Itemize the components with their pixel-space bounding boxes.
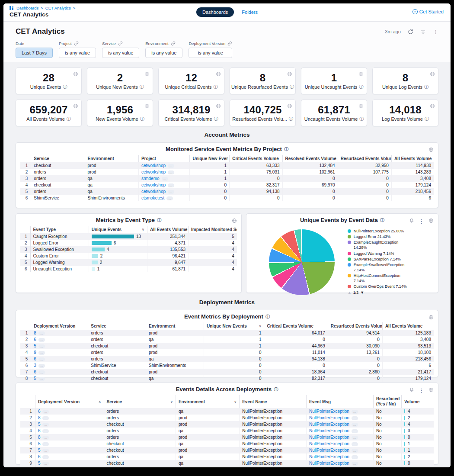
more-pill[interactable]: … bbox=[38, 377, 45, 381]
more-pill[interactable]: … bbox=[42, 416, 49, 420]
deployment-version-link[interactable]: 5 bbox=[34, 376, 36, 381]
more-pill[interactable]: … bbox=[42, 449, 49, 453]
globe-icon[interactable] bbox=[428, 314, 434, 322]
globe-icon[interactable] bbox=[73, 71, 78, 78]
info-icon[interactable]: ⓘ bbox=[424, 85, 428, 89]
tab-folders[interactable]: Folders bbox=[242, 10, 258, 15]
deployment-version-link[interactable]: 5 bbox=[38, 441, 41, 446]
more-pill[interactable]: … bbox=[38, 357, 45, 361]
more-pill[interactable]: … bbox=[168, 170, 174, 174]
info-icon[interactable]: ⓘ bbox=[67, 117, 71, 121]
more-pill[interactable]: … bbox=[42, 436, 49, 440]
more-pill[interactable]: … bbox=[42, 442, 49, 446]
event-msg-link[interactable]: NullPointerException bbox=[309, 441, 349, 446]
more-pill[interactable]: … bbox=[38, 351, 45, 355]
globe-icon[interactable] bbox=[144, 103, 150, 110]
deployment-version-link[interactable]: 5 bbox=[38, 448, 41, 453]
more-pill[interactable]: … bbox=[166, 196, 173, 200]
globe-icon[interactable] bbox=[216, 71, 221, 78]
project-link[interactable]: cetworkshop bbox=[141, 189, 166, 194]
project-link[interactable]: cetworkshop bbox=[141, 163, 166, 168]
legend-page-up-icon[interactable]: ▲ bbox=[348, 290, 352, 295]
deployment-version-link[interactable]: 5 bbox=[38, 422, 41, 427]
pie-chart[interactable] bbox=[269, 229, 335, 295]
more-pill[interactable]: … bbox=[42, 455, 49, 459]
filter-value-button[interactable]: is any value bbox=[189, 48, 232, 58]
more-pill[interactable]: … bbox=[42, 462, 49, 466]
deployment-version-link[interactable]: 5 bbox=[34, 344, 36, 348]
tab-dashboards[interactable]: Dashboards bbox=[196, 7, 234, 17]
more-pill[interactable]: … bbox=[352, 442, 358, 446]
deployment-version-link[interactable]: 6 bbox=[34, 337, 36, 342]
info-icon[interactable]: ⓘ bbox=[63, 85, 67, 89]
globe-icon[interactable] bbox=[428, 217, 434, 225]
filter-value-button[interactable]: is any value bbox=[102, 48, 139, 58]
info-icon[interactable]: ⓘ bbox=[284, 147, 288, 151]
legend-item[interactable]: SAXParseException 7.14% bbox=[348, 257, 428, 262]
info-icon[interactable]: ⓘ bbox=[380, 218, 384, 222]
more-pill[interactable]: … bbox=[38, 338, 45, 342]
more-pill[interactable]: … bbox=[38, 331, 45, 335]
deployment-version-link[interactable]: 6 bbox=[38, 409, 41, 414]
deployment-version-link[interactable]: 9 bbox=[34, 350, 36, 355]
project-link[interactable]: srmdemo bbox=[141, 176, 160, 181]
more-pill[interactable]: … bbox=[38, 370, 45, 374]
event-msg-link[interactable]: NullPointerException bbox=[309, 448, 349, 453]
event-msg-link[interactable]: NullPointerException bbox=[309, 409, 349, 414]
legend-item[interactable]: Logged Error 21.43% bbox=[348, 234, 428, 239]
more-pill[interactable]: … bbox=[352, 455, 358, 459]
more-pill[interactable]: … bbox=[352, 449, 358, 453]
event-msg-link[interactable]: NullPointerException bbox=[309, 415, 349, 420]
info-icon[interactable]: ⓘ bbox=[274, 387, 278, 392]
more-pill[interactable]: … bbox=[352, 462, 358, 466]
breadcrumb-dashboards[interactable]: Dashboards bbox=[16, 6, 38, 10]
event-msg-link[interactable]: NullPointerException bbox=[309, 461, 349, 466]
deployment-version-link[interactable]: 6 bbox=[38, 428, 41, 433]
more-pill[interactable]: … bbox=[42, 423, 49, 427]
deployment-version-link[interactable]: 8 bbox=[34, 331, 36, 335]
deployment-version-link[interactable]: 5 bbox=[38, 461, 41, 466]
more-pill[interactable]: … bbox=[352, 416, 358, 420]
project-link[interactable]: ctsmoketest bbox=[141, 196, 164, 200]
deployment-version-link[interactable]: 6 bbox=[38, 454, 41, 459]
deployment-version-link[interactable]: 8 bbox=[38, 435, 41, 440]
info-icon[interactable]: ⓘ bbox=[359, 85, 363, 89]
more-pill[interactable]: … bbox=[162, 177, 168, 181]
more-pill[interactable]: … bbox=[42, 410, 49, 414]
more-pill[interactable]: … bbox=[38, 344, 45, 348]
more-pill[interactable]: … bbox=[38, 364, 45, 368]
more-pill[interactable]: … bbox=[42, 429, 49, 433]
filter-value-button[interactable]: is any value bbox=[59, 48, 96, 58]
globe-icon[interactable] bbox=[428, 386, 434, 394]
globe-icon[interactable] bbox=[216, 103, 221, 110]
globe-icon[interactable] bbox=[144, 71, 150, 78]
info-icon[interactable]: ⓘ bbox=[214, 117, 218, 121]
filter-value-button[interactable]: is any value bbox=[145, 48, 182, 58]
more-pill[interactable]: … bbox=[352, 423, 358, 427]
legend-item[interactable]: ExampleSwallowedException 7.14% bbox=[348, 262, 428, 273]
more-pill[interactable]: … bbox=[352, 429, 358, 433]
info-icon[interactable]: ⓘ bbox=[289, 117, 293, 121]
globe-icon[interactable] bbox=[232, 217, 237, 225]
kebab-menu-icon[interactable]: ⋮ bbox=[419, 219, 424, 224]
info-icon[interactable]: ⓘ bbox=[290, 85, 294, 89]
more-pill[interactable]: … bbox=[352, 436, 358, 440]
more-pill[interactable]: … bbox=[168, 190, 174, 194]
info-icon[interactable]: ⓘ bbox=[265, 315, 270, 319]
deployment-version-link[interactable]: 6 bbox=[34, 357, 36, 361]
deployment-version-link[interactable]: 3 bbox=[34, 363, 36, 368]
globe-icon[interactable] bbox=[428, 146, 434, 154]
breadcrumb-cet-analytics[interactable]: CET Analytics bbox=[45, 6, 71, 10]
more-pill[interactable]: … bbox=[168, 164, 174, 168]
legend-item[interactable]: NullPointerException 25.00% bbox=[348, 228, 428, 234]
project-link[interactable]: cetworkshop bbox=[141, 183, 166, 187]
globe-icon[interactable] bbox=[287, 103, 292, 110]
more-pill[interactable]: … bbox=[352, 410, 358, 414]
globe-icon[interactable] bbox=[358, 71, 364, 78]
filter-value-button[interactable]: Last 7 Days bbox=[16, 48, 53, 58]
alert-bell-icon[interactable] bbox=[409, 217, 414, 225]
event-msg-link[interactable]: NullPointerException bbox=[309, 422, 349, 427]
deployment-version-link[interactable]: 8 bbox=[38, 415, 41, 420]
info-icon[interactable]: ⓘ bbox=[157, 218, 161, 222]
globe-icon[interactable] bbox=[73, 103, 78, 110]
